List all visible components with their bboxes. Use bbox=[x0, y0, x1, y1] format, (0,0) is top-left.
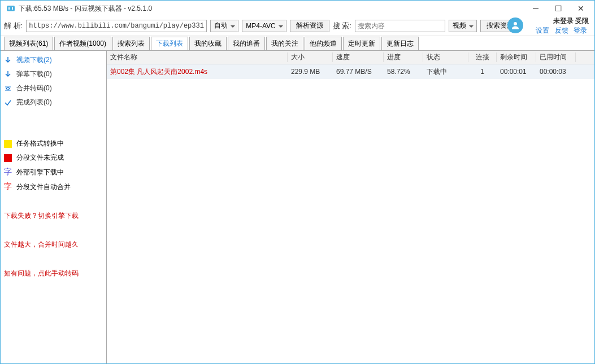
sidebar-item-done[interactable]: 完成列表(0) bbox=[4, 98, 103, 107]
tab-search-list[interactable]: 搜索列表 bbox=[112, 37, 150, 50]
parse-label: 解 析: bbox=[4, 21, 23, 31]
table-row[interactable]: 第002集 凡人风起天南2002.m4s 229.9 MB 69.77 MB/S… bbox=[107, 64, 594, 79]
hint-manual[interactable]: 如有问题，点此手动转码 bbox=[4, 269, 103, 278]
svg-rect-1 bbox=[8, 7, 10, 10]
feedback-link[interactable]: 反馈 bbox=[555, 27, 568, 34]
search-input[interactable] bbox=[355, 20, 445, 32]
toolbar: 解 析: 自动 MP4-AVC 解析资源 搜 索: 视频 搜索资源 未登录 受限… bbox=[1, 16, 594, 36]
sidebar-item-label: 合并转码(0) bbox=[16, 84, 52, 93]
table-header: 文件名称 大小 速度 进度 状态 连接 剩余时间 已用时间 bbox=[107, 51, 594, 64]
maximize-button[interactable]: ☐ bbox=[547, 1, 570, 16]
legend-swatch-red bbox=[4, 154, 12, 162]
merge-icon bbox=[4, 85, 12, 93]
sidebar-item-label: 完成列表(0) bbox=[16, 98, 52, 107]
tab-changelog[interactable]: 更新日志 bbox=[381, 37, 419, 50]
hint-large: 文件越大，合并时间越久 bbox=[4, 240, 103, 249]
legend-label: 分段文件未完成 bbox=[16, 153, 64, 163]
svg-rect-0 bbox=[7, 6, 15, 11]
sidebar-item-merge[interactable]: 合并转码(0) bbox=[4, 84, 103, 93]
col-progress[interactable]: 进度 bbox=[384, 52, 423, 62]
tab-my-sub[interactable]: 我的关注 bbox=[266, 37, 303, 50]
download-table: 文件名称 大小 速度 进度 状态 连接 剩余时间 已用时间 第002集 凡人风起… bbox=[107, 51, 594, 363]
download-icon bbox=[4, 71, 12, 78]
tab-timed-update[interactable]: 定时更新 bbox=[343, 37, 380, 50]
legend-automerge: 字 分段文件自动合并 bbox=[4, 182, 103, 192]
tabbar: 视频列表(61) 作者视频(1000) 搜索列表 下载列表 我的收藏 我的追番 … bbox=[1, 36, 594, 50]
minimize-button[interactable]: ─ bbox=[524, 1, 547, 16]
col-speed[interactable]: 速度 bbox=[333, 52, 384, 62]
download-icon bbox=[4, 56, 12, 64]
col-name[interactable]: 文件名称 bbox=[107, 52, 288, 62]
search-label: 搜 索: bbox=[333, 21, 351, 31]
hint-fail[interactable]: 下载失败？切换引擎下载 bbox=[4, 211, 103, 221]
settings-link[interactable]: 设置 bbox=[536, 27, 549, 34]
tab-download-list[interactable]: 下载列表 bbox=[151, 37, 188, 50]
app-icon bbox=[6, 4, 15, 13]
tab-video-list[interactable]: 视频列表(61) bbox=[4, 37, 53, 50]
cell-remain: 00:00:01 bbox=[497, 68, 536, 76]
login-link[interactable]: 登录 bbox=[574, 27, 587, 34]
legend-label: 分段文件自动合并 bbox=[16, 182, 71, 192]
legend-char-blue: 字 bbox=[4, 167, 12, 177]
legend-swatch-yellow bbox=[4, 140, 12, 148]
login-status: 未登录 受限 bbox=[553, 16, 589, 26]
titlebar: 下载:65.53 MB/s - 闪豆视频下载器 - v2.5.1.0 ─ ☐ ✕ bbox=[1, 1, 594, 16]
legend-char-red: 字 bbox=[4, 182, 12, 192]
sidebar-item-video-dl[interactable]: 视频下载(2) bbox=[4, 55, 103, 65]
codec-select[interactable]: MP4-AVC bbox=[242, 20, 286, 32]
tab-my-fav[interactable]: 我的收藏 bbox=[189, 37, 227, 50]
user-area: 未登录 受限 设置 反馈 登录 bbox=[534, 16, 591, 36]
cell-status: 下载中 bbox=[423, 67, 468, 77]
sidebar: 视频下载(2) 弹幕下载(0) 合并转码(0) 完成列表(0) 任务格式转换中 bbox=[1, 51, 107, 363]
legend-label: 任务格式转换中 bbox=[16, 139, 64, 148]
content-area: 视频下载(2) 弹幕下载(0) 合并转码(0) 完成列表(0) 任务格式转换中 bbox=[1, 50, 594, 363]
cell-progress: 58.72% bbox=[384, 68, 423, 76]
format-auto-select[interactable]: 自动 bbox=[210, 20, 238, 32]
cell-size: 229.9 MB bbox=[288, 68, 333, 76]
col-remain[interactable]: 剩余时间 bbox=[497, 52, 536, 62]
check-icon bbox=[4, 99, 12, 107]
close-button[interactable]: ✕ bbox=[570, 1, 592, 16]
svg-point-3 bbox=[514, 22, 517, 25]
cell-speed: 69.77 MB/S bbox=[333, 68, 384, 76]
cell-conn: 1 bbox=[468, 68, 497, 76]
cell-used: 00:00:03 bbox=[536, 68, 576, 76]
legend-external: 字 外部引擎下载中 bbox=[4, 167, 103, 177]
app-window: 下载:65.53 MB/s - 闪豆视频下载器 - v2.5.1.0 ─ ☐ ✕… bbox=[0, 0, 595, 364]
avatar[interactable] bbox=[507, 17, 523, 33]
url-input[interactable] bbox=[26, 20, 207, 32]
search-type-select[interactable]: 视频 bbox=[449, 20, 477, 32]
sidebar-item-label: 视频下载(2) bbox=[16, 55, 52, 65]
tab-my-follow[interactable]: 我的追番 bbox=[228, 37, 265, 50]
col-status[interactable]: 状态 bbox=[423, 52, 468, 62]
sidebar-item-label: 弹幕下载(0) bbox=[16, 69, 52, 79]
svg-rect-2 bbox=[12, 7, 13, 10]
parse-button[interactable]: 解析资源 bbox=[290, 20, 329, 32]
col-used[interactable]: 已用时间 bbox=[536, 52, 576, 62]
col-size[interactable]: 大小 bbox=[288, 52, 333, 62]
tab-his-channel[interactable]: 他的频道 bbox=[305, 37, 342, 50]
sidebar-item-danmu-dl[interactable]: 弹幕下载(0) bbox=[4, 69, 103, 79]
window-title: 下载:65.53 MB/s - 闪豆视频下载器 - v2.5.1.0 bbox=[19, 4, 524, 14]
col-conn[interactable]: 连接 bbox=[468, 52, 497, 62]
legend-incomplete: 分段文件未完成 bbox=[4, 153, 103, 163]
tab-author-video[interactable]: 作者视频(1000) bbox=[54, 37, 111, 50]
cell-name: 第002集 凡人风起天南2002.m4s bbox=[107, 67, 288, 77]
legend-label: 外部引擎下载中 bbox=[16, 168, 64, 177]
legend-converting: 任务格式转换中 bbox=[4, 139, 103, 148]
